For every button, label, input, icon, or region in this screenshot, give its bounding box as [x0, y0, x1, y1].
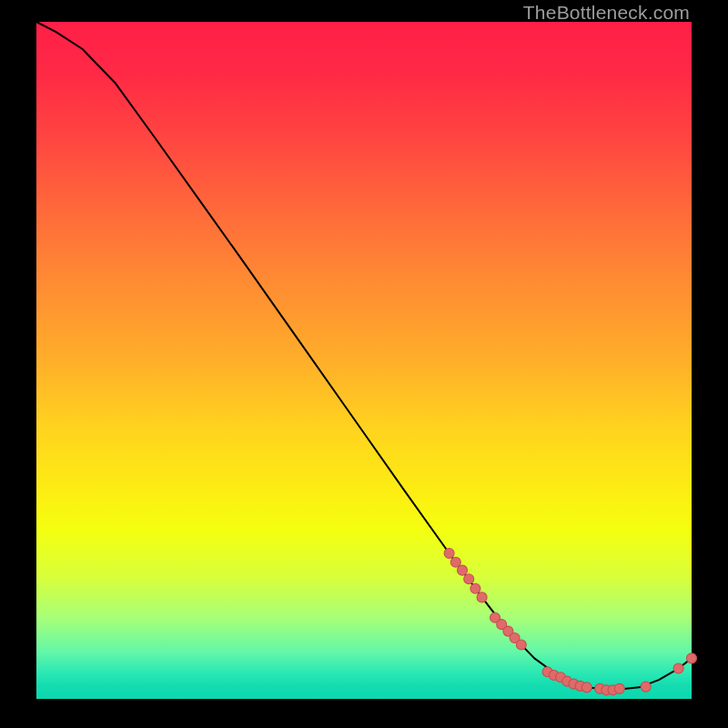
marker-dot [458, 565, 468, 575]
marker-dot [477, 592, 487, 602]
marker-layer [444, 549, 696, 695]
marker-dot [470, 583, 480, 593]
marker-dot [450, 557, 460, 567]
marker-dot [641, 682, 651, 692]
marker-dot [516, 640, 526, 650]
marker-dot [581, 682, 592, 693]
marker-dot [614, 683, 624, 693]
marker-dot [673, 663, 683, 673]
bottleneck-curve [36, 22, 692, 690]
chart-svg [0, 0, 728, 728]
marker-dot [464, 574, 474, 584]
chart-stage: TheBottleneck.com [0, 0, 728, 728]
marker-dot [687, 653, 697, 663]
marker-dot [444, 549, 454, 559]
curve-layer [36, 22, 692, 690]
